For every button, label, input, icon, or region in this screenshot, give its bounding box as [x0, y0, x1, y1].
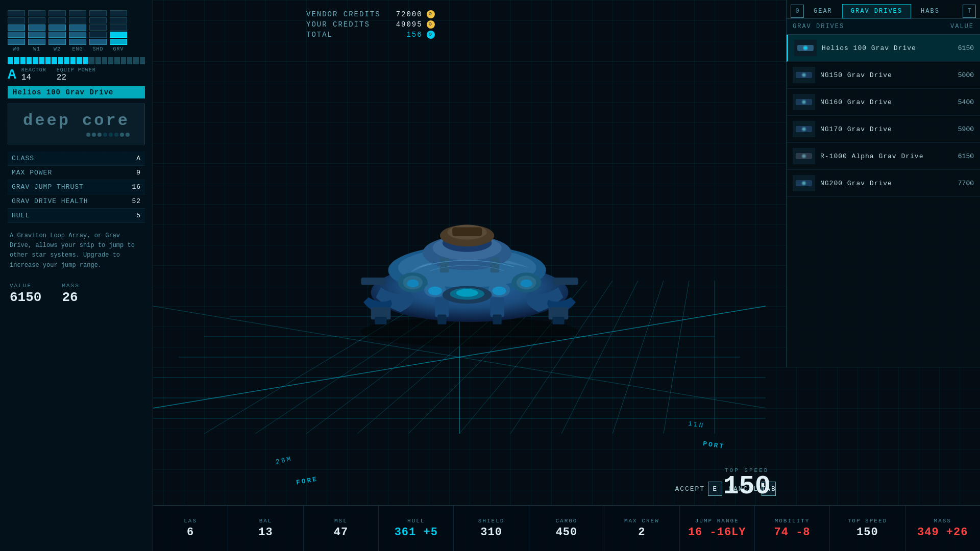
stat-label: GRAV JUMP THRUST	[12, 183, 84, 191]
energy-pip	[14, 57, 19, 64]
section-value-col: VALUE	[950, 23, 974, 30]
top-speed-val: 150	[856, 526, 878, 539]
item-name-1: NG150 Grav Drive	[820, 71, 943, 79]
accept-key: E	[708, 482, 722, 496]
grav-drive-icon	[795, 123, 813, 135]
slot	[89, 17, 107, 23]
bar-label: W1	[33, 46, 40, 52]
svg-point-72	[802, 182, 805, 185]
slot	[28, 39, 45, 45]
tab-gear[interactable]: GEAR	[805, 4, 841, 18]
slot	[69, 10, 86, 16]
energy-pip	[64, 57, 69, 64]
list-item[interactable]: NG200 Grav Drive 7700	[787, 170, 980, 197]
energy-pip	[95, 57, 101, 64]
energy-pip	[58, 57, 63, 64]
stat-jump-range: JUMP RANGE 16 -16LY	[680, 506, 755, 551]
stat-cargo: CARGO 450	[529, 506, 604, 551]
stat-val: 5	[136, 212, 141, 219]
svg-point-60	[802, 73, 805, 77]
item-value-5: 7700	[948, 180, 974, 187]
stat-val: 52	[132, 197, 141, 205]
grav-drive-icon	[795, 150, 813, 162]
stat-mass: MASS 349 +26	[905, 506, 980, 551]
mass-label: MASS	[62, 283, 79, 289]
stat-mobility: MOBILITY 74 -8	[755, 506, 830, 551]
tab-o-button[interactable]: 0	[791, 5, 804, 18]
tab-grav-drives[interactable]: GRAV DRIVES	[842, 4, 911, 18]
mobility-label: MOBILITY	[775, 518, 810, 524]
item-icon-4	[793, 148, 815, 164]
value-val: 6150	[10, 290, 41, 305]
tab-habs[interactable]: HABS	[912, 4, 948, 18]
energy-pip	[20, 57, 26, 64]
mobility-val: 74 -8	[774, 526, 811, 539]
right-panel: 0 GEAR GRAV DRIVES HABS T GRAV DRIVES VA…	[786, 0, 980, 367]
slot	[28, 10, 45, 16]
item-name-0: Helios 100 Grav Drive	[822, 44, 943, 52]
slot	[8, 10, 25, 16]
slot	[89, 32, 107, 38]
item-list[interactable]: Helios 100 Grav Drive 6150 NG150 Grav Dr…	[787, 35, 980, 197]
stat-label: HULL	[12, 212, 30, 219]
slot	[48, 10, 66, 16]
energy-pip	[77, 57, 82, 64]
las-val: 6	[187, 526, 194, 539]
energy-pip	[52, 57, 57, 64]
stats-table: CLASS A MAX POWER 9 GRAV JUMP THRUST 16 …	[8, 152, 145, 223]
power-bar-w0: W0	[8, 10, 25, 52]
power-bar-shd: SHD	[89, 10, 107, 52]
reactor-val: 14	[21, 73, 31, 82]
mass-label: MASS	[934, 518, 951, 524]
stat-row-maxpower: MAX POWER 9	[8, 166, 145, 180]
svg-rect-48	[361, 278, 385, 285]
msl-val: 47	[334, 526, 348, 539]
stat-row-health: GRAV DRIVE HEALTH 52	[8, 194, 145, 209]
energy-pip	[70, 57, 76, 64]
mass-val: 26	[62, 290, 79, 305]
equip-power-val: 22	[57, 73, 66, 82]
slot	[69, 17, 86, 23]
accept-button[interactable]: ACCEPT E	[675, 482, 722, 496]
slot-active	[110, 39, 127, 45]
list-item[interactable]: R-1000 Alpha Grav Drive 6150	[787, 143, 980, 170]
tab-t-button[interactable]: T	[963, 5, 976, 18]
slot	[110, 17, 127, 23]
slot	[110, 10, 127, 16]
reactor-label: REACTOR	[21, 67, 46, 73]
svg-point-47	[492, 286, 506, 295]
stat-msl: MSL 47	[304, 506, 379, 551]
item-name-5: NG200 Grav Drive	[820, 180, 943, 187]
max-crew-label: MAX CREW	[624, 518, 659, 524]
list-item[interactable]: NG170 Grav Drive 5900	[787, 116, 980, 143]
slot	[89, 10, 107, 16]
bottom-bar: LAS 6 BAL 13 MSL 47 HULL 361 +5 SHIELD 3…	[153, 505, 980, 551]
energy-pip	[83, 57, 88, 64]
fore-label: FORE	[296, 475, 318, 486]
slot	[8, 32, 25, 38]
stat-hull: HULL 361 +5	[379, 506, 454, 551]
max-crew-val: 2	[638, 526, 645, 539]
ship-area: FORE PORT 28M 11N	[153, 0, 786, 551]
item-icon-1	[793, 67, 815, 83]
energy-pip	[114, 57, 119, 64]
slot	[48, 24, 66, 31]
stat-label: GRAV DRIVE HEALTH	[12, 197, 88, 205]
ship-visual	[322, 141, 618, 355]
svg-point-66	[802, 128, 805, 131]
list-item[interactable]: Helios 100 Grav Drive 6150	[787, 35, 980, 62]
energy-pip	[27, 57, 32, 64]
item-icon-0	[794, 40, 817, 56]
top-speed-label: TOP SPEED	[848, 518, 887, 524]
list-item[interactable]: NG150 Grav Drive 5000	[787, 62, 980, 89]
bal-val: 13	[258, 526, 273, 539]
manufacturer-dots	[23, 133, 130, 137]
power-bar-eng: ENG	[69, 10, 86, 52]
stat-row-grav-jump-thrust: GRAV JUMP THRUST 16	[8, 180, 145, 194]
item-value-2: 5400	[948, 98, 974, 106]
stat-row-hull: HULL 5	[8, 209, 145, 223]
item-value-4: 6150	[948, 153, 974, 160]
list-item[interactable]: NG160 Grav Drive 5400	[787, 89, 980, 116]
accept-label: ACCEPT	[675, 485, 705, 493]
equip-power-label: EQUIP POWER	[57, 67, 96, 73]
